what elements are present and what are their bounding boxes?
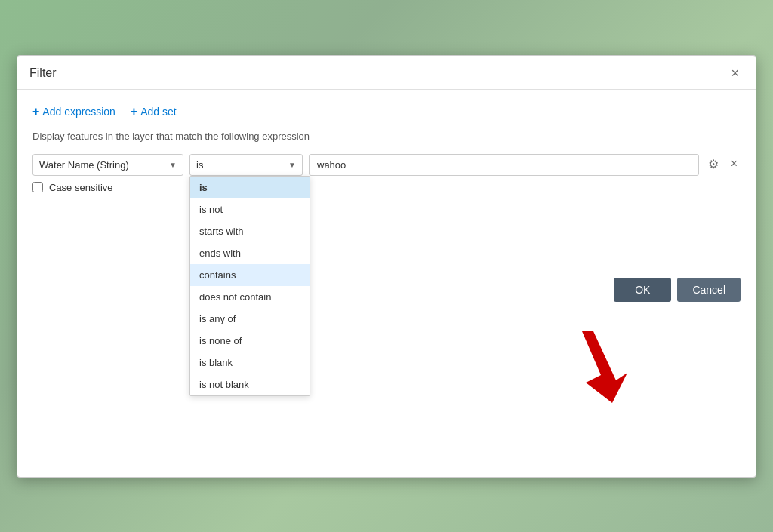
dialog-title: Filter bbox=[29, 66, 57, 80]
case-sensitive-label[interactable]: Case sensitive bbox=[49, 182, 113, 193]
row-remove-button[interactable]: × bbox=[728, 154, 741, 174]
operator-option-is-any-of[interactable]: is any of bbox=[190, 308, 310, 330]
operator-container: is ▼ is is not starts with ends with con… bbox=[189, 154, 303, 176]
modal-overlay: Filter × + Add expression + Add set Disp… bbox=[0, 0, 773, 532]
value-input[interactable] bbox=[309, 154, 699, 176]
gear-icon: ⚙ bbox=[708, 158, 719, 171]
close-x-icon: × bbox=[731, 66, 739, 81]
dialog-close-button[interactable]: × bbox=[726, 65, 744, 81]
add-expression-button[interactable]: + Add expression bbox=[32, 102, 115, 121]
dialog-header: Filter × bbox=[17, 56, 756, 90]
operator-dropdown-menu: is is not starts with ends with contains… bbox=[189, 176, 310, 396]
add-set-label: Add set bbox=[140, 106, 176, 118]
dialog-footer: OK Cancel bbox=[17, 266, 756, 314]
gear-button[interactable]: ⚙ bbox=[705, 154, 722, 174]
operator-option-contains[interactable]: contains bbox=[190, 264, 310, 286]
operator-option-is-not[interactable]: is not bbox=[190, 198, 310, 220]
field-dropdown-value: Water Name (String) bbox=[39, 159, 129, 171]
operator-dropdown[interactable]: is ▼ bbox=[189, 154, 303, 176]
add-set-button[interactable]: + Add set bbox=[131, 102, 177, 121]
row-close-icon: × bbox=[731, 157, 738, 170]
operator-dropdown-arrow: ▼ bbox=[288, 161, 296, 169]
ok-button[interactable]: OK bbox=[614, 278, 671, 302]
operator-option-is-not-blank[interactable]: is not blank bbox=[190, 374, 310, 395]
svg-marker-0 bbox=[582, 331, 627, 403]
cancel-button[interactable]: Cancel bbox=[677, 278, 741, 302]
operator-option-is-none-of[interactable]: is none of bbox=[190, 330, 310, 352]
red-arrow-indicator bbox=[567, 324, 635, 409]
toolbar-row: + Add expression + Add set bbox=[32, 102, 741, 121]
operator-option-is-blank[interactable]: is blank bbox=[190, 352, 310, 374]
operator-option-does-not-contain[interactable]: does not contain bbox=[190, 286, 310, 308]
filter-dialog: Filter × + Add expression + Add set Disp… bbox=[17, 55, 756, 478]
field-dropdown-arrow: ▼ bbox=[169, 161, 177, 169]
case-sensitive-checkbox[interactable] bbox=[32, 182, 43, 192]
field-dropdown[interactable]: Water Name (String) ▼ bbox=[32, 154, 183, 176]
filter-description: Display features in the layer that match… bbox=[32, 131, 741, 142]
operator-option-ends-with[interactable]: ends with bbox=[190, 242, 310, 264]
operator-dropdown-value: is bbox=[196, 159, 203, 171]
filter-row: Water Name (String) ▼ is ▼ is is not sta… bbox=[32, 154, 741, 176]
add-expression-label: Add expression bbox=[42, 106, 115, 118]
dialog-body: + Add expression + Add set Display featu… bbox=[17, 90, 756, 205]
operator-option-starts-with[interactable]: starts with bbox=[190, 220, 310, 242]
add-expression-plus-icon: + bbox=[32, 105, 39, 118]
add-set-plus-icon: + bbox=[131, 105, 137, 118]
case-sensitive-row: Case sensitive bbox=[32, 182, 741, 193]
operator-option-is[interactable]: is bbox=[190, 177, 310, 198]
